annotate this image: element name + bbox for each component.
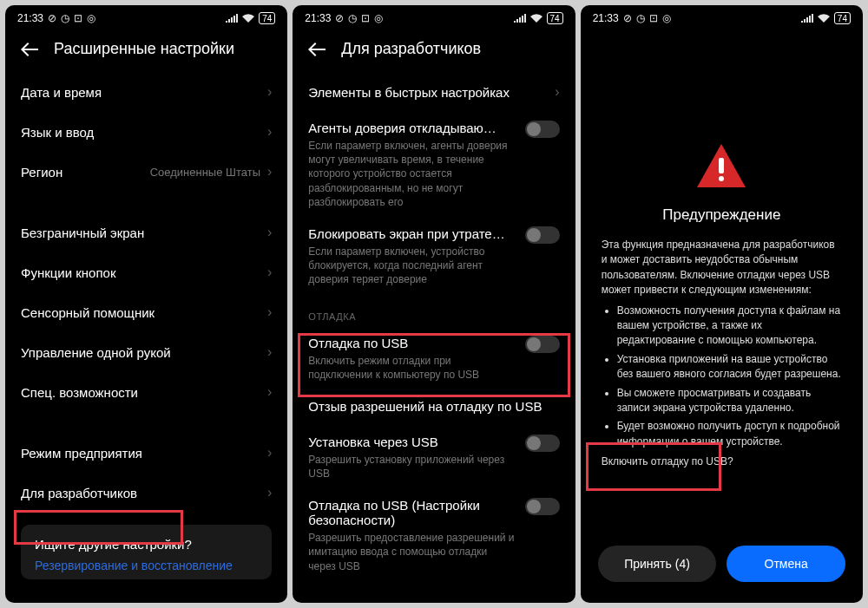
chevron-right-icon: › (267, 164, 272, 180)
alarm-off-icon: ⊘ (335, 12, 344, 24)
item-touch-assistant[interactable]: Сенсорный помощник › (21, 292, 272, 332)
page-title: Расширенные настройки (54, 40, 234, 58)
status-time: 21:33 (593, 12, 619, 24)
chevron-right-icon: › (267, 84, 272, 100)
item-onehand[interactable]: Управление одной рукой › (21, 332, 272, 372)
dialog-title: Предупреждение (662, 206, 780, 224)
signal-icon (226, 14, 238, 23)
item-region[interactable]: Регион Соединенные Штаты › (21, 152, 272, 192)
item-lock-on-trust-lost[interactable]: Блокировать экран при утрате… Если парам… (308, 218, 559, 296)
svg-rect-0 (719, 158, 724, 173)
clock-icon: ◷ (61, 12, 69, 24)
chevron-right-icon: › (267, 344, 272, 360)
dnd-icon: ⊡ (74, 12, 82, 24)
alarm-off-icon: ⊘ (623, 12, 632, 24)
phone-screen-2: 21:33 ⊘ ◷ ⊡ ◎ 74 Для разработчиков Элеме… (293, 5, 575, 603)
item-trust-agents[interactable]: Агенты доверия откладываю… Если параметр… (308, 112, 559, 218)
battery-icon: 74 (547, 12, 563, 24)
warning-icon (697, 144, 746, 191)
highlight-accept (586, 442, 721, 491)
highlight-usb-debug (298, 333, 569, 397)
status-time: 21:33 (17, 12, 43, 24)
item-developer-options[interactable]: Для разработчиков › (21, 473, 272, 513)
chevron-right-icon: › (267, 225, 272, 240)
wifi-icon (530, 14, 542, 23)
battery-icon: 74 (259, 12, 275, 24)
wifi-icon (242, 14, 254, 23)
cancel-button[interactable]: Отмена (727, 546, 845, 582)
camera-icon: ◎ (662, 12, 671, 24)
toggle[interactable] (525, 226, 560, 244)
phone-screen-3: 21:33 ⊘ ◷ ⊡ ◎ 74 Предупреждение Эта (581, 5, 863, 603)
item-accessibility[interactable]: Спец. возможности › (21, 372, 272, 412)
chevron-right-icon: › (267, 445, 272, 461)
battery-icon: 74 (834, 12, 851, 24)
clock-icon: ◷ (348, 12, 357, 24)
alarm-off-icon: ⊘ (48, 12, 56, 24)
back-icon[interactable] (21, 42, 38, 56)
item-button-functions[interactable]: Функции кнопок › (21, 252, 272, 292)
phone-screen-1: 21:33 ⊘ ◷ ⊡ ◎ 74 Расширенные настройки Д… (5, 5, 287, 603)
signal-icon (514, 14, 526, 23)
signal-icon (801, 14, 813, 23)
promo-link[interactable]: Резервирование и восстановление (35, 559, 258, 572)
svg-point-1 (719, 176, 724, 181)
accept-button[interactable]: Принять (4) (598, 546, 717, 582)
status-bar: 21:33 ⊘ ◷ ⊡ ◎ 74 (581, 5, 863, 31)
chevron-right-icon: › (267, 124, 272, 140)
header: Для разработчиков (293, 31, 575, 72)
chevron-right-icon: › (267, 304, 272, 320)
highlight-developer-options (14, 510, 183, 545)
camera-icon: ◎ (87, 12, 95, 24)
item-language[interactable]: Язык и ввод › (21, 112, 272, 152)
item-datetime[interactable]: Дата и время › (21, 72, 272, 112)
item-edgeless[interactable]: Безграничный экран › (21, 212, 272, 252)
item-install-usb[interactable]: Установка через USB Разрешить установку … (308, 426, 559, 489)
toggle[interactable] (525, 121, 560, 138)
clock-icon: ◷ (636, 12, 645, 24)
chevron-right-icon: › (267, 265, 272, 280)
chevron-right-icon: › (555, 84, 559, 100)
item-quick-settings[interactable]: Элементы в быстрых настройках › (308, 72, 559, 112)
toggle[interactable] (525, 498, 560, 515)
dialog-buttons: Принять (4) Отмена (581, 533, 863, 603)
section-debug: ОТЛАДКА (308, 296, 559, 327)
page-title: Для разработчиков (341, 40, 481, 58)
status-bar: 21:33 ⊘ ◷ ⊡ ◎ 74 (5, 5, 287, 31)
header: Расширенные настройки (5, 31, 287, 72)
item-enterprise[interactable]: Режим предприятия › (21, 433, 272, 473)
status-time: 21:33 (305, 12, 331, 24)
toggle[interactable] (525, 435, 560, 452)
dialog-text: Эта функция предназначена для разработчи… (602, 238, 842, 469)
chevron-right-icon: › (267, 485, 272, 500)
back-icon[interactable] (308, 42, 326, 56)
wifi-icon (818, 14, 830, 23)
dnd-icon: ⊡ (361, 12, 370, 24)
item-usb-security[interactable]: Отладка по USB (Настройки безопасности) … (308, 489, 559, 582)
status-bar: 21:33 ⊘ ◷ ⊡ ◎ 74 (293, 5, 575, 31)
camera-icon: ◎ (374, 12, 383, 24)
dnd-icon: ⊡ (649, 12, 658, 24)
chevron-right-icon: › (267, 384, 272, 400)
